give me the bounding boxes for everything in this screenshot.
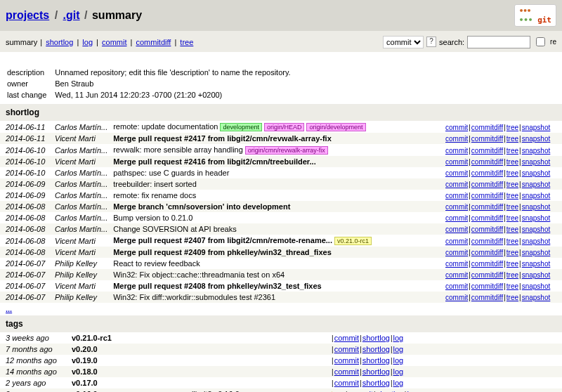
snapshot-link[interactable]: snapshot [522, 282, 551, 290]
search-help-button[interactable]: ? [426, 37, 436, 47]
commit-author[interactable]: Philip Kelley [52, 258, 110, 269]
commit-author[interactable]: Vicent Marti [52, 156, 110, 167]
commitdiff-link[interactable]: commitdiff [471, 226, 503, 233]
commitdiff-link[interactable]: commitdiff [471, 192, 503, 200]
tag-name-link[interactable]: v0.21.0-rc1 [72, 334, 112, 342]
commit-subject-link[interactable]: Merge pull request #2417 from libgit2/cm… [113, 134, 332, 143]
projects-link[interactable]: projects [6, 9, 49, 21]
search-type-select[interactable]: commit [383, 36, 424, 48]
shortlog-link[interactable]: shortlog [362, 367, 390, 376]
nav-commit[interactable]: commit [102, 38, 126, 46]
git-logo[interactable]: •••••• git [514, 4, 556, 27]
commit-subject-link[interactable]: remote: fix rename docs [113, 191, 196, 200]
regex-checkbox[interactable] [536, 37, 545, 46]
commitdiff-link[interactable]: commitdiff [471, 124, 503, 131]
snapshot-link[interactable]: snapshot [522, 294, 551, 301]
commit-link[interactable]: commit [445, 249, 468, 256]
log-link[interactable]: log [393, 345, 403, 353]
tree-link[interactable]: tree [507, 147, 518, 155]
commit-author[interactable]: Philip Kelley [52, 269, 110, 280]
commit-link[interactable]: commit [445, 260, 468, 268]
log-link[interactable]: log [393, 334, 403, 342]
commit-link[interactable]: commit [445, 226, 468, 233]
tree-link[interactable]: tree [507, 192, 518, 200]
commit-author[interactable]: Carlos Martín... [52, 201, 110, 212]
commit-link[interactable]: commit [445, 294, 468, 301]
search-input[interactable] [467, 36, 530, 48]
commit-subject-link[interactable]: Merge pull request #2416 from libgit2/cm… [113, 157, 316, 166]
commit-subject-link[interactable]: Change SOVERSION at API breaks [113, 225, 236, 233]
tree-link[interactable]: tree [507, 237, 518, 245]
commit-subject-link[interactable]: Win32: Fix object::cache::threadmania te… [113, 270, 285, 279]
tree-link[interactable]: tree [507, 226, 518, 233]
commit-link[interactable]: commit [445, 214, 468, 222]
tree-link[interactable]: tree [507, 282, 518, 290]
snapshot-link[interactable]: snapshot [522, 124, 551, 131]
snapshot-link[interactable]: snapshot [522, 192, 551, 200]
snapshot-link[interactable]: snapshot [522, 158, 551, 166]
ref-badge[interactable]: v0.21.0-rc1 [334, 237, 372, 245]
commit-link[interactable]: commit [445, 181, 468, 188]
log-link[interactable]: log [393, 356, 403, 365]
commitdiff-link[interactable]: commitdiff [471, 214, 503, 222]
repo-link[interactable]: .git [63, 9, 80, 21]
commit-link[interactable]: commit [334, 334, 359, 342]
ref-badge[interactable]: origin/HEAD [264, 123, 305, 131]
commitdiff-link[interactable]: commitdiff [471, 260, 503, 268]
commit-link[interactable]: commit [445, 135, 468, 143]
shortlog-more-link[interactable]: ... [6, 305, 12, 313]
commitdiff-link[interactable]: commitdiff [471, 169, 503, 177]
tree-link[interactable]: tree [507, 294, 518, 301]
nav-tree[interactable]: tree [180, 38, 193, 46]
ref-badge[interactable]: origin/cmn/revwalk-array-fix [245, 146, 328, 155]
tag-name-link[interactable]: v0.18.0 [72, 367, 98, 376]
tree-link[interactable]: tree [507, 271, 518, 279]
tag-name-link[interactable]: v0.20.0 [72, 345, 98, 353]
log-link[interactable]: log [393, 367, 403, 376]
commit-author[interactable]: Carlos Martín... [52, 178, 110, 190]
snapshot-link[interactable]: snapshot [522, 181, 551, 188]
commitdiff-link[interactable]: commitdiff [471, 203, 503, 211]
commit-author[interactable]: Vicent Marti [52, 247, 110, 258]
tree-link[interactable]: tree [507, 158, 518, 166]
commitdiff-link[interactable]: commitdiff [471, 147, 503, 155]
snapshot-link[interactable]: snapshot [522, 214, 551, 222]
commit-link[interactable]: commit [334, 379, 359, 387]
commitdiff-link[interactable]: commitdiff [471, 237, 503, 245]
snapshot-link[interactable]: snapshot [522, 147, 551, 155]
commit-subject-link[interactable]: Merge pull request #2408 from phkelley/w… [113, 282, 322, 290]
tree-link[interactable]: tree [507, 214, 518, 222]
snapshot-link[interactable]: snapshot [522, 249, 551, 256]
commit-author[interactable]: Carlos Martín... [52, 212, 110, 223]
snapshot-link[interactable]: snapshot [522, 271, 551, 279]
commit-link[interactable]: commit [445, 147, 468, 155]
commit-author[interactable]: Carlos Martín... [52, 144, 110, 156]
shortlog-link[interactable]: shortlog [362, 379, 390, 387]
commit-subject-link[interactable]: Merge pull request #2407 from libgit2/cm… [113, 236, 332, 244]
commitdiff-link[interactable]: commitdiff [471, 249, 503, 256]
commit-subject-link[interactable]: React to review feedback [113, 259, 200, 268]
tree-link[interactable]: tree [507, 203, 518, 211]
commit-author[interactable]: Vicent Marti [52, 133, 110, 144]
commit-link[interactable]: commit [445, 192, 468, 200]
snapshot-link[interactable]: snapshot [522, 226, 551, 233]
tree-link[interactable]: tree [507, 169, 518, 177]
tag-name-link[interactable]: v0.19.0 [72, 356, 98, 365]
commitdiff-link[interactable]: commitdiff [471, 158, 503, 166]
commitdiff-link[interactable]: commitdiff [471, 181, 503, 188]
tree-link[interactable]: tree [507, 249, 518, 256]
commit-subject-link[interactable]: Win32: Fix diff::workdir::submodules tes… [113, 293, 275, 301]
log-link[interactable]: log [393, 379, 403, 387]
commit-link[interactable]: commit [445, 271, 468, 279]
commit-author[interactable]: Carlos Martín... [52, 167, 110, 178]
nav-commitdiff[interactable]: commitdiff [136, 38, 171, 46]
commit-link[interactable]: commit [445, 237, 468, 245]
commitdiff-link[interactable]: commitdiff [471, 294, 503, 301]
commitdiff-link[interactable]: commitdiff [471, 271, 503, 279]
commit-subject-link[interactable]: Merge pull request #2409 from phkelley/w… [113, 248, 332, 256]
commit-subject-link[interactable]: remote: update documentation [113, 122, 218, 131]
commit-link[interactable]: commit [334, 367, 359, 376]
commit-link[interactable]: commit [445, 203, 468, 211]
shortlog-link[interactable]: shortlog [362, 356, 390, 365]
commit-subject-link[interactable]: pathspec: use C guards in header [113, 169, 229, 177]
